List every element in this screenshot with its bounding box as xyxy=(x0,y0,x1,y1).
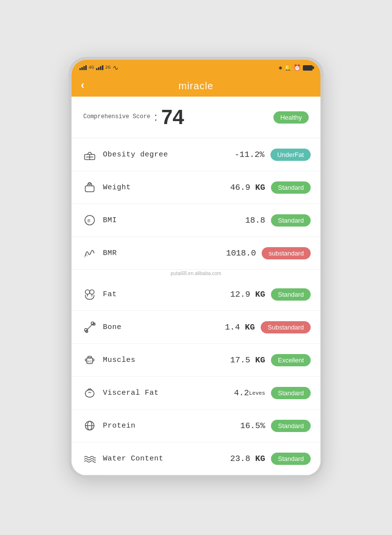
svg-point-18 xyxy=(85,390,94,397)
water-icon xyxy=(81,450,98,467)
water-label: Water Content xyxy=(103,455,164,463)
visceral-value: 4.2Leves xyxy=(226,388,265,398)
visceral-icon xyxy=(81,384,98,401)
weight-value: 46.9 KG xyxy=(226,183,265,192)
bmi-badge: Standard xyxy=(271,214,311,227)
metric-left-obesity: Obesity degree xyxy=(81,146,225,163)
battery-icon xyxy=(303,65,313,71)
metric-left-fat: Fat xyxy=(81,286,226,303)
protein-label: Protein xyxy=(103,422,136,430)
watermark: putai68.en.alibaba.com xyxy=(72,270,320,278)
bmr-badge: substandard xyxy=(262,247,311,259)
metric-left-weight: Weight xyxy=(81,179,226,196)
phone-frame: 4G 2G ∿ ✱ 🔔 ⏰ ‹ miracle Comprehensive Sc… xyxy=(69,57,323,478)
page-title: miracle xyxy=(178,80,213,92)
metric-left-bmr: BMR xyxy=(81,245,217,261)
svg-point-7 xyxy=(85,290,90,294)
obesity-value: -11.2% xyxy=(225,150,265,159)
obesity-label: Obesity degree xyxy=(103,151,168,159)
svg-point-4 xyxy=(89,182,91,185)
water-value: 23.8 KG xyxy=(226,454,265,463)
fat-value: 12.9 KG xyxy=(226,290,265,299)
back-button[interactable]: ‹ xyxy=(79,80,86,92)
score-colon: : xyxy=(154,111,157,124)
bmr-value: 1018.0 xyxy=(217,249,256,258)
metric-row-muscles[interactable]: KG Muscles 17.5 KG Excellent xyxy=(72,344,320,377)
visceral-label: Visceral Fat xyxy=(103,389,159,397)
scale-icon xyxy=(81,146,98,163)
visceral-badge: Standard xyxy=(271,387,311,399)
protein-badge: Standard xyxy=(271,420,311,432)
status-right: ✱ 🔔 ⏰ xyxy=(279,64,313,72)
signal-bars-2g xyxy=(96,65,103,70)
metric-row-weight[interactable]: Weight 46.9 KG Standard xyxy=(72,171,320,204)
score-left: Comprehensive Score : 74 xyxy=(83,105,184,129)
metric-row-bmi[interactable]: B BMI 18.8 Standard xyxy=(72,204,320,237)
svg-rect-3 xyxy=(85,186,94,192)
muscles-badge: Excellent xyxy=(271,354,311,366)
metric-row-bmr[interactable]: BMR 1018.0 substandard xyxy=(72,237,320,270)
muscles-value: 17.5 KG xyxy=(226,356,265,365)
wifi-icon: ∿ xyxy=(113,64,119,72)
status-left: 4G 2G ∿ xyxy=(79,64,119,72)
bone-value: 1.4 KG xyxy=(216,323,255,332)
main-content: Comprehensive Score : 74 Healthy Obesity… xyxy=(72,97,320,475)
svg-rect-17 xyxy=(88,357,92,358)
protein-icon xyxy=(81,417,98,434)
metric-left-muscles: KG Muscles xyxy=(81,352,226,368)
metric-left-bmi: B BMI xyxy=(81,212,226,229)
signal-bars-4g xyxy=(79,65,87,70)
metric-row-visceral[interactable]: Visceral Fat 4.2Leves Standard xyxy=(72,377,320,409)
svg-text:B: B xyxy=(88,218,91,223)
svg-point-8 xyxy=(90,290,94,294)
metric-left-protein: Protein xyxy=(81,417,226,434)
fat-icon xyxy=(81,286,98,303)
svg-text:KG: KG xyxy=(88,360,92,363)
bell-icon: 🔔 xyxy=(284,64,292,72)
metric-row-water[interactable]: Water Content 23.8 KG Standard xyxy=(72,442,320,475)
metric-left-water: Water Content xyxy=(81,450,226,467)
bone-badge: Substandard xyxy=(261,321,311,333)
protein-value: 16.5% xyxy=(226,421,265,431)
weight-icon xyxy=(81,179,98,196)
score-label: Comprehensive Score xyxy=(83,113,150,121)
network-label-2g: 2G xyxy=(105,65,111,70)
metric-row-bone[interactable]: Bone 1.4 KG Substandard xyxy=(72,311,320,344)
score-section: Comprehensive Score : 74 Healthy xyxy=(72,97,320,138)
metric-row-fat[interactable]: Fat 12.9 KG Standard xyxy=(72,278,320,311)
metric-row-obesity[interactable]: Obesity degree -11.2% UnderFat xyxy=(72,138,320,171)
bmr-label: BMR xyxy=(103,249,117,257)
muscles-icon: KG xyxy=(81,352,98,368)
bmr-icon xyxy=(81,245,98,261)
bmi-value: 18.8 xyxy=(226,216,265,225)
bmi-label: BMI xyxy=(103,216,117,225)
metric-left-bone: Bone xyxy=(81,319,216,335)
weight-badge: Standard xyxy=(271,181,311,194)
metric-left-visceral: Visceral Fat xyxy=(81,384,226,401)
bluetooth-icon: ✱ xyxy=(279,64,282,72)
weight-label: Weight xyxy=(103,183,131,192)
fat-badge: Standard xyxy=(271,288,311,301)
alarm-icon: ⏰ xyxy=(294,64,301,72)
bmi-icon: B xyxy=(81,212,98,229)
status-bar: 4G 2G ∿ ✱ 🔔 ⏰ xyxy=(72,60,320,76)
obesity-badge: UnderFat xyxy=(270,149,311,161)
fat-label: Fat xyxy=(103,290,117,299)
app-header: ‹ miracle xyxy=(72,76,320,97)
bone-label: Bone xyxy=(103,323,122,331)
score-value: 74 xyxy=(161,105,184,129)
water-badge: Standard xyxy=(271,453,311,465)
score-badge: Healthy xyxy=(273,111,309,124)
metric-row-protein[interactable]: Protein 16.5% Standard xyxy=(72,409,320,442)
muscles-label: Muscles xyxy=(103,356,136,364)
bone-icon xyxy=(81,319,98,335)
network-label-4g: 4G xyxy=(89,65,94,70)
